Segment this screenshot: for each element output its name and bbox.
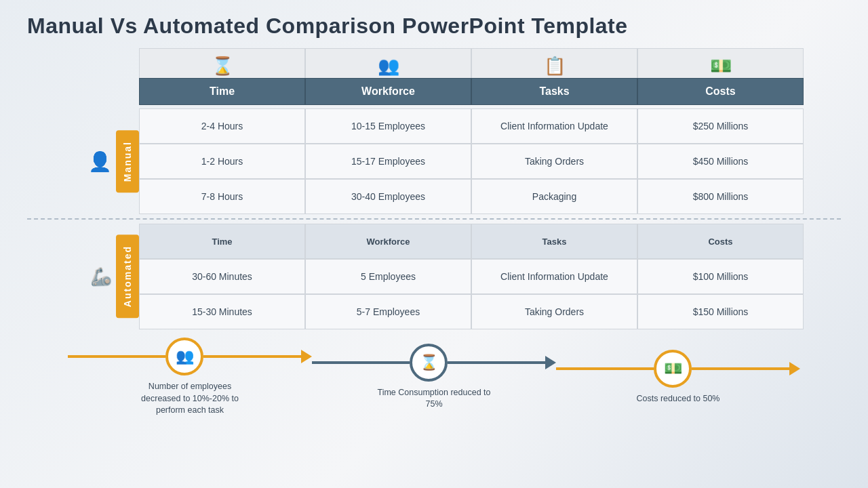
manual-section: 👤 Manual 2-4 Hours 10-15 Employees Clien… [27,108,841,214]
automated-row-2: 15-30 Minutes 5-7 Employees Taking Order… [139,294,841,329]
costs-icon-cell: 💵 [637,48,804,78]
workforce-icon: 👥 [378,56,399,77]
auto-sh-tasks: Tasks [471,224,637,259]
bottom-item-2: ⌛ Time Consumption reduced to 75% [312,344,556,411]
auto-r2-tasks: Taking Orders [471,294,637,329]
manual-label-col: 👤 Manual [27,108,139,214]
arrow-row-2: ⌛ [312,344,556,382]
workforce-header: Workforce [305,78,471,105]
arrow-row-3: 💵 [556,350,800,388]
automated-label-col: 🦾 Automated [27,224,139,329]
time-bottom-icon: ⌛ [420,354,438,371]
automated-section: 🦾 Automated Time Workforce Tasks Costs 3… [27,224,841,329]
manual-r2-workforce: 15-17 Employees [305,144,471,179]
automated-row-1: 30-60 Minutes 5 Employees Client Informa… [139,259,841,294]
time-icon-cell: ⌛ [139,48,305,78]
manual-data-rows: 2-4 Hours 10-15 Employees Client Informa… [139,108,841,214]
bottom-item-3: 💵 Costs reduced to 50% [556,350,800,405]
tasks-icon: 📋 [544,56,566,77]
auto-r2-time: 15-30 Minutes [139,294,305,329]
auto-sh-costs: Costs [637,224,804,259]
time-icon: ⌛ [212,56,233,77]
arrow-line-right-2 [448,361,545,364]
auto-r2-costs: $150 Millions [637,294,804,329]
tasks-icon-cell: 📋 [471,48,637,78]
auto-r1-workforce: 5 Employees [305,259,471,294]
auto-r1-costs: $100 Millions [637,259,804,294]
auto-r2-workforce: 5-7 Employees [305,294,471,329]
automated-data-rows: Time Workforce Tasks Costs 30-60 Minutes… [139,224,841,329]
manual-badge: Manual [116,130,139,192]
comparison-table: ⌛ 👥 📋 💵 Time Workforce Tasks Costs 👤 [27,48,841,329]
arrow-line-right-1 [203,355,301,358]
manual-person-icon: 👤 [88,150,112,173]
manual-r1-time: 2-4 Hours [139,108,305,144]
header-label-row: Time Workforce Tasks Costs [27,78,841,105]
arrow-line-left-2 [312,361,410,364]
auto-sh-time: Time [139,224,305,259]
arrow-head-3 [789,362,800,375]
automated-badge: Automated [116,235,139,318]
bottom-label-2: Time Consumption reduced to 75% [373,387,495,411]
bottom-arrows-section: 👥 Number of employees decreased to 10%-2… [27,338,841,417]
page-title: Manual Vs Automated Comparison PowerPoin… [27,14,841,39]
costs-header: Costs [637,78,804,105]
manual-r2-time: 1-2 Hours [139,144,305,179]
manual-row-3: 7-8 Hours 30-40 Employees Packaging $800… [139,179,841,214]
arrow-line-left-3 [556,367,654,370]
page: Manual Vs Automated Comparison PowerPoin… [0,0,868,488]
manual-r1-costs: $250 Millions [637,108,804,144]
manual-r1-workforce: 10-15 Employees [305,108,471,144]
auto-r1-tasks: Client Information Update [471,259,637,294]
manual-r2-tasks: Taking Orders [471,144,637,179]
automated-robot-icon: 🦾 [90,266,112,287]
manual-row-2: 1-2 Hours 15-17 Employees Taking Orders … [139,144,841,179]
manual-r3-tasks: Packaging [471,179,637,214]
tasks-header: Tasks [471,78,637,105]
auto-r1-time: 30-60 Minutes [139,259,305,294]
arrow-row-1: 👥 [68,338,312,375]
manual-r3-workforce: 30-40 Employees [305,179,471,214]
bottom-label-3: Costs reduced to 50% [637,393,720,405]
section-divider [27,218,841,220]
workforce-bottom-icon: 👥 [176,348,194,365]
automated-subheader-row: Time Workforce Tasks Costs [139,224,841,259]
costs-bottom-icon: 💵 [664,360,682,378]
manual-row-1: 2-4 Hours 10-15 Employees Client Informa… [139,108,841,144]
header-icon-row: ⌛ 👥 📋 💵 [27,48,841,78]
arrow-head-1 [301,350,312,363]
time-header: Time [139,78,305,105]
arrow-circle-1: 👥 [165,338,203,375]
manual-r3-time: 7-8 Hours [139,179,305,214]
arrow-circle-2: ⌛ [410,344,448,382]
bottom-item-1: 👥 Number of employees decreased to 10%-2… [68,338,312,417]
arrow-head-2 [545,356,556,369]
workforce-icon-cell: 👥 [305,48,471,78]
bottom-label-1: Number of employees decreased to 10%-20%… [129,381,251,417]
manual-r3-costs: $800 Millions [637,179,804,214]
manual-r2-costs: $450 Millions [637,144,804,179]
auto-sh-workforce: Workforce [305,224,471,259]
costs-icon: 💵 [710,56,732,77]
arrow-line-left-1 [68,355,165,358]
arrow-line-right-3 [692,367,789,370]
arrow-circle-3: 💵 [654,350,692,388]
manual-r1-tasks: Client Information Update [471,108,637,144]
